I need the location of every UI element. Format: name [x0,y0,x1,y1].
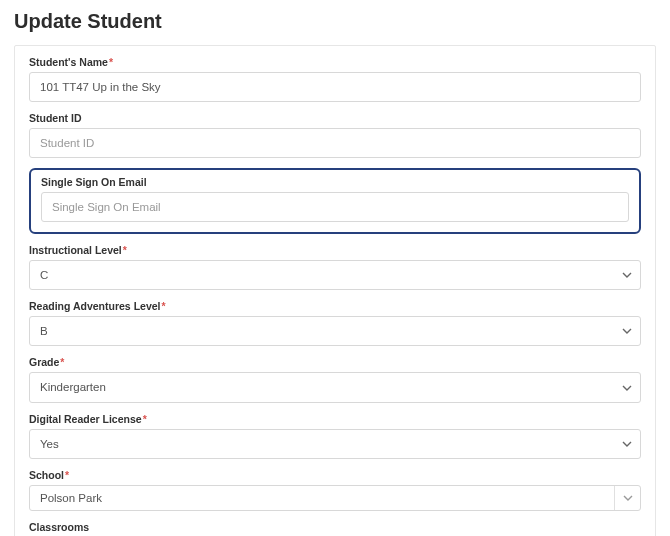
label-text: Student's Name [29,56,108,68]
field-school: School* Polson Park [29,469,641,511]
required-marker: * [109,56,113,68]
field-reading-adventures: Reading Adventures Level* B [29,300,641,346]
required-marker: * [123,244,127,256]
input-sso-email[interactable] [41,192,629,222]
field-student-name: Student's Name* [29,56,641,102]
label-student-id: Student ID [29,112,641,124]
required-marker: * [143,413,147,425]
select-grade[interactable]: Kindergarten [29,372,641,402]
select-school[interactable]: Polson Park [29,485,641,511]
label-text: Digital Reader License [29,413,142,425]
field-instructional-level: Instructional Level* C [29,244,641,290]
label-reading-adventures: Reading Adventures Level* [29,300,641,312]
label-school: School* [29,469,641,481]
input-student-id[interactable] [29,128,641,158]
page-title: Update Student [14,10,656,33]
label-grade: Grade* [29,356,641,368]
input-student-name[interactable] [29,72,641,102]
label-text: School [29,469,64,481]
select-value: Polson Park [30,486,614,510]
select-digital-reader[interactable]: Yes [29,429,641,459]
select-value: C [29,260,641,290]
select-value: B [29,316,641,346]
label-sso-email: Single Sign On Email [41,176,629,188]
label-text: Instructional Level [29,244,122,256]
required-marker: * [60,356,64,368]
form-panel: Student's Name* Student ID Single Sign O… [14,45,656,536]
field-student-id: Student ID [29,112,641,158]
select-instructional-level[interactable]: C [29,260,641,290]
field-classrooms: Classrooms Polson 101 — Pre-K [29,521,641,536]
field-digital-reader: Digital Reader License* Yes [29,413,641,459]
select-value: Yes [29,429,641,459]
label-text: Reading Adventures Level [29,300,160,312]
label-classrooms: Classrooms [29,521,641,533]
sso-highlight-box: Single Sign On Email [29,168,641,234]
chevron-down-icon [614,486,640,510]
select-value: Kindergarten [29,372,641,402]
label-text: Grade [29,356,59,368]
required-marker: * [161,300,165,312]
field-grade: Grade* Kindergarten [29,356,641,402]
label-instructional-level: Instructional Level* [29,244,641,256]
label-student-name: Student's Name* [29,56,641,68]
label-digital-reader: Digital Reader License* [29,413,641,425]
required-marker: * [65,469,69,481]
select-reading-adventures[interactable]: B [29,316,641,346]
field-sso-email: Single Sign On Email [41,176,629,222]
